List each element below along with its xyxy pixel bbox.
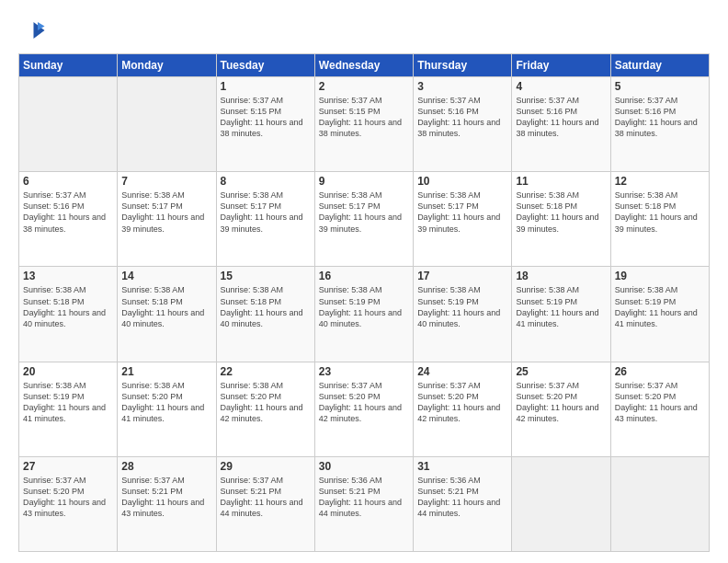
calendar-header-wednesday: Wednesday	[314, 54, 413, 77]
calendar-cell: 5Sunrise: 5:37 AMSunset: 5:16 PMDaylight…	[610, 77, 709, 172]
calendar-cell: 20Sunrise: 5:38 AMSunset: 5:19 PMDayligh…	[19, 362, 118, 456]
day-number: 13	[23, 270, 113, 282]
calendar-cell: 9Sunrise: 5:38 AMSunset: 5:17 PMDaylight…	[314, 172, 413, 267]
calendar-cell	[118, 77, 216, 172]
calendar-cell: 25Sunrise: 5:37 AMSunset: 5:20 PMDayligh…	[512, 362, 610, 456]
calendar-cell: 31Sunrise: 5:36 AMSunset: 5:21 PMDayligh…	[414, 456, 512, 551]
day-info: Sunrise: 5:37 AMSunset: 5:21 PMDaylight:…	[221, 475, 311, 520]
day-number: 10	[417, 175, 507, 188]
calendar-cell: 22Sunrise: 5:38 AMSunset: 5:20 PMDayligh…	[216, 362, 314, 456]
calendar-cell: 7Sunrise: 5:38 AMSunset: 5:17 PMDaylight…	[118, 172, 216, 267]
calendar-cell	[512, 456, 610, 551]
day-number: 16	[319, 270, 409, 282]
calendar-cell: 27Sunrise: 5:37 AMSunset: 5:20 PMDayligh…	[19, 456, 118, 551]
day-info: Sunrise: 5:38 AMSunset: 5:19 PMDaylight:…	[417, 284, 507, 329]
day-info: Sunrise: 5:37 AMSunset: 5:16 PMDaylight:…	[417, 95, 507, 140]
day-info: Sunrise: 5:38 AMSunset: 5:17 PMDaylight:…	[121, 190, 211, 235]
calendar-cell: 17Sunrise: 5:38 AMSunset: 5:19 PMDayligh…	[414, 267, 512, 362]
day-number: 4	[516, 80, 606, 93]
calendar-cell: 24Sunrise: 5:37 AMSunset: 5:20 PMDayligh…	[414, 362, 512, 456]
calendar-cell: 12Sunrise: 5:38 AMSunset: 5:18 PMDayligh…	[610, 172, 709, 267]
day-number: 14	[121, 270, 211, 282]
calendar-cell: 11Sunrise: 5:38 AMSunset: 5:18 PMDayligh…	[512, 172, 610, 267]
day-number: 27	[23, 460, 113, 473]
calendar-cell: 1Sunrise: 5:37 AMSunset: 5:15 PMDaylight…	[216, 77, 314, 172]
calendar-cell: 13Sunrise: 5:38 AMSunset: 5:18 PMDayligh…	[19, 267, 118, 362]
day-info: Sunrise: 5:38 AMSunset: 5:19 PMDaylight:…	[615, 284, 705, 329]
day-number: 8	[221, 175, 311, 188]
day-info: Sunrise: 5:38 AMSunset: 5:18 PMDaylight:…	[23, 284, 113, 329]
day-number: 19	[615, 270, 705, 282]
day-number: 18	[516, 270, 606, 282]
day-number: 2	[319, 80, 409, 93]
day-info: Sunrise: 5:38 AMSunset: 5:18 PMDaylight:…	[221, 284, 311, 329]
calendar-cell: 16Sunrise: 5:38 AMSunset: 5:19 PMDayligh…	[314, 267, 413, 362]
day-info: Sunrise: 5:38 AMSunset: 5:19 PMDaylight:…	[23, 380, 113, 425]
calendar-cell: 3Sunrise: 5:37 AMSunset: 5:16 PMDaylight…	[414, 77, 512, 172]
day-info: Sunrise: 5:38 AMSunset: 5:20 PMDaylight:…	[121, 380, 211, 425]
day-number: 5	[615, 80, 705, 93]
day-number: 20	[23, 365, 113, 378]
calendar-week-1: 1Sunrise: 5:37 AMSunset: 5:15 PMDaylight…	[19, 77, 710, 172]
day-info: Sunrise: 5:38 AMSunset: 5:18 PMDaylight:…	[615, 190, 705, 235]
day-info: Sunrise: 5:37 AMSunset: 5:15 PMDaylight:…	[221, 95, 311, 140]
day-number: 12	[615, 175, 705, 188]
calendar-header-thursday: Thursday	[414, 54, 512, 77]
calendar-cell: 14Sunrise: 5:38 AMSunset: 5:18 PMDayligh…	[118, 267, 216, 362]
calendar-week-3: 13Sunrise: 5:38 AMSunset: 5:18 PMDayligh…	[19, 267, 710, 362]
day-info: Sunrise: 5:37 AMSunset: 5:20 PMDaylight:…	[615, 380, 705, 425]
calendar-cell: 15Sunrise: 5:38 AMSunset: 5:18 PMDayligh…	[216, 267, 314, 362]
calendar-cell	[19, 77, 118, 172]
day-number: 28	[121, 460, 211, 473]
calendar-body: 1Sunrise: 5:37 AMSunset: 5:15 PMDaylight…	[19, 77, 710, 552]
calendar-cell: 26Sunrise: 5:37 AMSunset: 5:20 PMDayligh…	[610, 362, 709, 456]
calendar-header-sunday: Sunday	[19, 54, 118, 77]
day-info: Sunrise: 5:37 AMSunset: 5:16 PMDaylight:…	[615, 95, 705, 140]
calendar-table: SundayMondayTuesdayWednesdayThursdayFrid…	[18, 53, 710, 552]
calendar-header-tuesday: Tuesday	[216, 54, 314, 77]
calendar-week-2: 6Sunrise: 5:37 AMSunset: 5:16 PMDaylight…	[19, 172, 710, 267]
logo	[18, 17, 50, 44]
day-number: 29	[221, 460, 311, 473]
calendar-header-friday: Friday	[512, 54, 610, 77]
day-number: 24	[417, 365, 507, 378]
header	[18, 17, 710, 44]
day-info: Sunrise: 5:37 AMSunset: 5:16 PMDaylight:…	[23, 190, 113, 235]
day-info: Sunrise: 5:37 AMSunset: 5:16 PMDaylight:…	[516, 95, 606, 140]
calendar-cell: 19Sunrise: 5:38 AMSunset: 5:19 PMDayligh…	[610, 267, 709, 362]
calendar-cell: 2Sunrise: 5:37 AMSunset: 5:15 PMDaylight…	[314, 77, 413, 172]
calendar-header-saturday: Saturday	[610, 54, 709, 77]
day-number: 6	[23, 175, 113, 188]
calendar-week-5: 27Sunrise: 5:37 AMSunset: 5:20 PMDayligh…	[19, 456, 710, 551]
calendar-cell: 28Sunrise: 5:37 AMSunset: 5:21 PMDayligh…	[118, 456, 216, 551]
day-info: Sunrise: 5:36 AMSunset: 5:21 PMDaylight:…	[319, 475, 409, 520]
calendar-cell: 6Sunrise: 5:37 AMSunset: 5:16 PMDaylight…	[19, 172, 118, 267]
day-info: Sunrise: 5:37 AMSunset: 5:20 PMDaylight:…	[516, 380, 606, 425]
calendar-cell	[610, 456, 709, 551]
day-info: Sunrise: 5:37 AMSunset: 5:20 PMDaylight:…	[417, 380, 507, 425]
day-number: 15	[221, 270, 311, 282]
day-number: 30	[319, 460, 409, 473]
day-info: Sunrise: 5:37 AMSunset: 5:20 PMDaylight:…	[23, 475, 113, 520]
day-number: 11	[516, 175, 606, 188]
day-number: 31	[417, 460, 507, 473]
day-number: 22	[221, 365, 311, 378]
day-info: Sunrise: 5:38 AMSunset: 5:17 PMDaylight:…	[221, 190, 311, 235]
page: SundayMondayTuesdayWednesdayThursdayFrid…	[0, 0, 728, 563]
calendar-cell: 29Sunrise: 5:37 AMSunset: 5:21 PMDayligh…	[216, 456, 314, 551]
day-info: Sunrise: 5:38 AMSunset: 5:19 PMDaylight:…	[319, 284, 409, 329]
day-number: 23	[319, 365, 409, 378]
day-number: 17	[417, 270, 507, 282]
calendar-cell: 23Sunrise: 5:37 AMSunset: 5:20 PMDayligh…	[314, 362, 413, 456]
day-info: Sunrise: 5:37 AMSunset: 5:20 PMDaylight:…	[319, 380, 409, 425]
day-info: Sunrise: 5:38 AMSunset: 5:18 PMDaylight:…	[121, 284, 211, 329]
day-number: 1	[221, 80, 311, 93]
day-info: Sunrise: 5:38 AMSunset: 5:19 PMDaylight:…	[516, 284, 606, 329]
day-info: Sunrise: 5:36 AMSunset: 5:21 PMDaylight:…	[417, 475, 507, 520]
day-info: Sunrise: 5:38 AMSunset: 5:17 PMDaylight:…	[319, 190, 409, 235]
day-number: 3	[417, 80, 507, 93]
day-number: 25	[516, 365, 606, 378]
calendar-cell: 4Sunrise: 5:37 AMSunset: 5:16 PMDaylight…	[512, 77, 610, 172]
day-info: Sunrise: 5:37 AMSunset: 5:15 PMDaylight:…	[319, 95, 409, 140]
day-info: Sunrise: 5:38 AMSunset: 5:18 PMDaylight:…	[516, 190, 606, 235]
